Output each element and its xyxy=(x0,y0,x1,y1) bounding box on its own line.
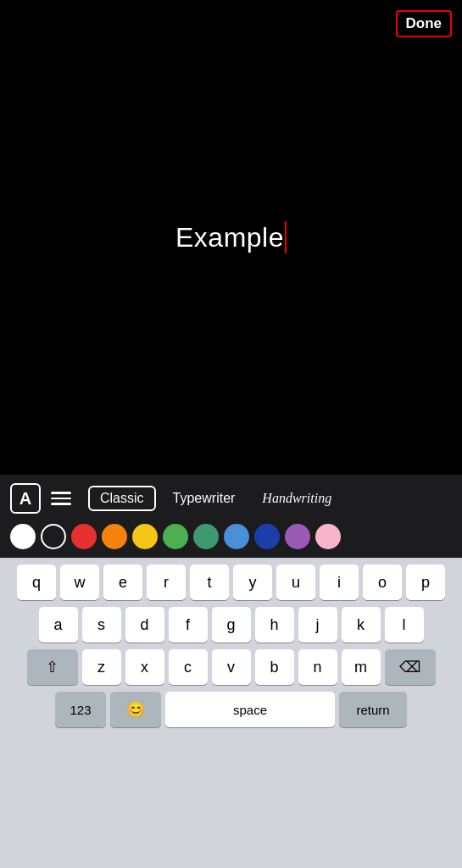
color-green-dark[interactable] xyxy=(193,524,219,549)
key-row-1: qwertyuiop xyxy=(3,565,459,600)
align-button[interactable] xyxy=(51,492,71,505)
key-row-3: ⇧zxcvbnm⌫ xyxy=(3,649,459,685)
key-h[interactable]: h xyxy=(255,607,294,643)
key-a[interactable]: a xyxy=(39,607,78,643)
color-row xyxy=(10,520,452,551)
numbers-key[interactable]: 123 xyxy=(55,692,106,727)
color-blue-dark[interactable] xyxy=(254,524,280,549)
space-key[interactable]: space xyxy=(165,692,335,727)
key-m[interactable]: m xyxy=(342,649,381,685)
key-w[interactable]: w xyxy=(60,565,99,600)
canvas-area: Done Example xyxy=(0,0,462,475)
text-cursor xyxy=(285,221,287,253)
key-n[interactable]: n xyxy=(298,649,337,685)
style-selector: Classic Typewriter Handwriting xyxy=(88,486,342,511)
font-style-button[interactable]: A xyxy=(10,483,41,514)
color-pink[interactable] xyxy=(315,524,341,549)
toolbar-row: A Classic Typewriter Handwriting xyxy=(10,483,452,514)
key-q[interactable]: q xyxy=(17,565,56,600)
key-v[interactable]: v xyxy=(212,649,251,685)
key-row-4: 123😊spacereturn xyxy=(3,692,459,727)
color-orange[interactable] xyxy=(102,524,127,549)
key-u[interactable]: u xyxy=(276,565,315,600)
color-white-filled[interactable] xyxy=(10,524,36,549)
delete-key[interactable]: ⌫ xyxy=(385,649,436,685)
color-yellow[interactable] xyxy=(132,524,158,549)
key-j[interactable]: j xyxy=(298,607,337,643)
color-red[interactable] xyxy=(71,524,97,549)
key-p[interactable]: p xyxy=(406,565,445,600)
key-z[interactable]: z xyxy=(82,649,121,685)
key-d[interactable]: d xyxy=(125,607,164,643)
return-key[interactable]: return xyxy=(339,692,407,727)
color-white-outline[interactable] xyxy=(41,524,66,549)
style-classic[interactable]: Classic xyxy=(88,486,156,511)
key-y[interactable]: y xyxy=(233,565,272,600)
key-r[interactable]: r xyxy=(147,565,186,600)
style-handwriting[interactable]: Handwriting xyxy=(252,487,342,509)
color-blue-light[interactable] xyxy=(224,524,249,549)
key-b[interactable]: b xyxy=(255,649,294,685)
key-g[interactable]: g xyxy=(212,607,251,643)
color-green-light[interactable] xyxy=(163,524,188,549)
key-row-2: asdfghjkl xyxy=(3,607,459,643)
emoji-key[interactable]: 😊 xyxy=(110,692,161,727)
keyboard: qwertyuiop asdfghjkl ⇧zxcvbnm⌫ 123😊space… xyxy=(0,558,462,868)
key-c[interactable]: c xyxy=(169,649,208,685)
key-e[interactable]: e xyxy=(103,565,142,600)
key-i[interactable]: i xyxy=(320,565,359,600)
key-l[interactable]: l xyxy=(385,607,424,643)
key-o[interactable]: o xyxy=(363,565,402,600)
key-t[interactable]: t xyxy=(190,565,229,600)
color-purple[interactable] xyxy=(285,524,310,549)
toolbar: A Classic Typewriter Handwriting xyxy=(0,475,462,558)
canvas-text: Example xyxy=(175,222,284,253)
key-s[interactable]: s xyxy=(82,607,121,643)
text-display: Example xyxy=(175,221,287,253)
key-f[interactable]: f xyxy=(169,607,208,643)
done-button[interactable]: Done xyxy=(396,10,453,37)
key-x[interactable]: x xyxy=(125,649,164,685)
shift-key[interactable]: ⇧ xyxy=(27,649,78,685)
style-typewriter[interactable]: Typewriter xyxy=(163,487,246,509)
key-k[interactable]: k xyxy=(342,607,381,643)
